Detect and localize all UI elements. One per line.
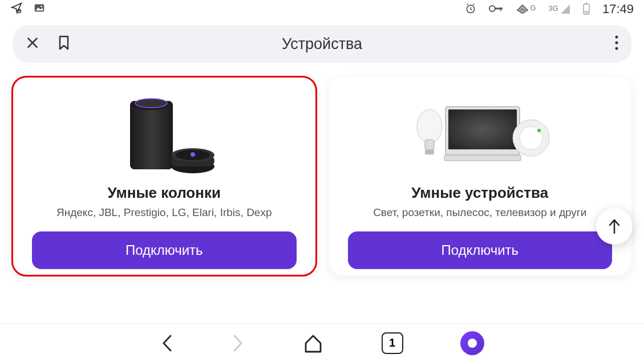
svg-point-4	[489, 6, 495, 11]
content-area: Умные колонки Яндекс, JBL, Prestigio, LG…	[0, 63, 644, 275]
svg-point-22	[191, 152, 195, 157]
svg-point-27	[417, 109, 442, 144]
connect-button[interactable]: Подключить	[32, 231, 297, 269]
tabs-count: 1	[382, 332, 403, 354]
card-title: Умные колонки	[108, 184, 221, 202]
cellular-icon: 3G	[549, 4, 570, 14]
svg-rect-28	[425, 140, 434, 150]
status-bar-left	[10, 2, 46, 17]
svg-rect-25	[448, 109, 517, 149]
battery-icon	[583, 2, 590, 17]
image-icon	[33, 2, 46, 17]
network-type-2: 3G	[549, 4, 558, 13]
bottom-nav: 1	[0, 323, 644, 362]
devices-illustration	[348, 90, 613, 181]
clock: 17:49	[602, 2, 634, 17]
close-icon[interactable]	[25, 35, 40, 52]
speakers-illustration	[32, 90, 297, 181]
vpn-key-icon	[489, 4, 504, 15]
more-menu-icon[interactable]	[614, 43, 619, 52]
nav-home-icon[interactable]	[302, 332, 325, 355]
network-type-1: G	[530, 3, 536, 12]
svg-rect-9	[584, 11, 588, 14]
nav-forward-icon	[231, 332, 245, 354]
card-title: Умные устройства	[411, 184, 548, 202]
wifi-icon: G	[516, 3, 536, 15]
svg-rect-29	[425, 150, 434, 154]
svg-rect-8	[585, 3, 588, 4]
alarm-icon	[465, 3, 476, 16]
status-bar: G 3G 17:49	[0, 0, 644, 18]
card-smart-devices[interactable]: Умные устройства Свет, розетки, пылесос,…	[329, 77, 632, 275]
svg-point-32	[537, 129, 541, 132]
svg-point-11	[615, 42, 618, 44]
card-subtitle: Свет, розетки, пылесос, телевизор и друг…	[373, 206, 586, 219]
card-smart-speakers[interactable]: Умные колонки Яндекс, JBL, Prestigio, LG…	[13, 77, 316, 275]
connect-button[interactable]: Подключить	[348, 231, 613, 269]
nav-tabs-icon[interactable]: 1	[382, 332, 403, 354]
scroll-to-top-button[interactable]	[596, 208, 633, 245]
page-title: Устройства	[282, 35, 362, 53]
svg-rect-6	[500, 7, 501, 11]
status-bar-right: G 3G 17:49	[465, 2, 634, 17]
svg-point-12	[615, 47, 618, 50]
svg-point-2	[40, 6, 42, 7]
svg-rect-26	[444, 155, 521, 161]
location-share-icon	[10, 2, 23, 17]
nav-back-icon[interactable]	[160, 332, 174, 354]
card-subtitle: Яндекс, JBL, Prestigio, LG, Elari, Irbis…	[56, 206, 272, 219]
svg-point-10	[615, 36, 618, 39]
header-bar: Устройства	[13, 25, 631, 63]
svg-rect-14	[130, 101, 173, 169]
nav-alisa-icon[interactable]	[460, 331, 484, 355]
bookmark-icon[interactable]	[57, 35, 71, 53]
